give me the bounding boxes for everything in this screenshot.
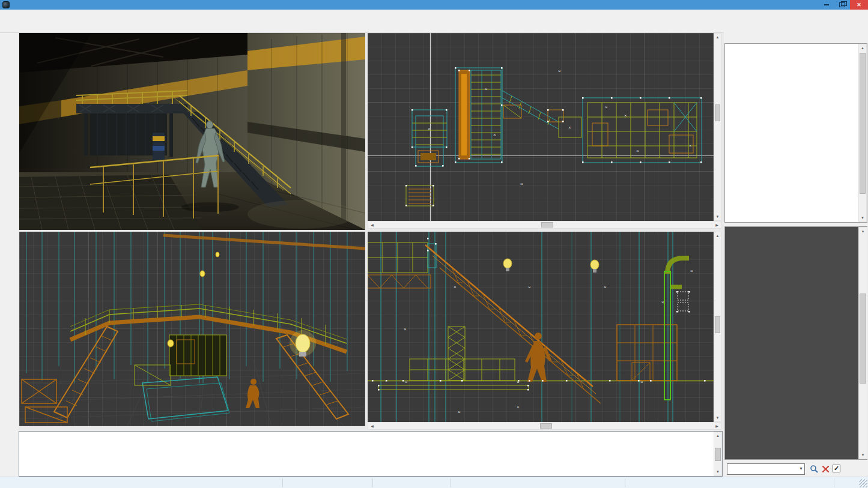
main-toolbar xyxy=(0,20,868,33)
restore-icon xyxy=(839,2,845,7)
search-combobox[interactable]: ▼ xyxy=(727,463,805,475)
recursive-checkbox[interactable]: ✓ xyxy=(833,465,840,472)
front-xy-hscroll[interactable]: ◀▶ xyxy=(368,422,721,430)
top-xz-hscroll[interactable]: ◀▶ xyxy=(368,221,721,229)
restore-button[interactable] xyxy=(834,0,850,10)
perspective-render-scene xyxy=(19,33,365,230)
console-log[interactable] xyxy=(19,431,723,477)
top-xz-vscroll[interactable]: ▲▼ xyxy=(714,33,721,221)
svg-text:×: × xyxy=(517,405,520,410)
console-vscroll[interactable]: ▲▼ xyxy=(714,432,722,476)
title-bar[interactable]: ✕ xyxy=(0,0,868,10)
viewport-top-xz[interactable]: ××× ××× ××× × xyxy=(368,33,714,221)
shape-toolbar xyxy=(0,33,19,431)
assets-vscroll[interactable]: ▲▼ xyxy=(858,227,867,459)
asset-search-row: ▼ ✓ xyxy=(724,463,867,477)
svg-text:×: × xyxy=(458,409,461,415)
svg-text:×: × xyxy=(485,86,488,92)
svg-text:×: × xyxy=(568,125,571,130)
minimize-icon xyxy=(824,4,829,5)
perspective-wire-scene xyxy=(19,232,365,426)
clear-search-button[interactable] xyxy=(819,463,831,475)
svg-text:×: × xyxy=(604,285,607,290)
search-icon xyxy=(810,465,819,474)
search-input[interactable] xyxy=(729,465,798,475)
svg-text:×: × xyxy=(404,327,407,332)
close-button[interactable]: ✕ xyxy=(850,0,868,10)
status-bar xyxy=(0,477,868,488)
svg-text:×: × xyxy=(454,285,457,290)
viewport-area: ××× ××× ××× × ▲▼ ◀▶ xyxy=(19,33,724,431)
svg-text:×: × xyxy=(405,379,408,385)
close-icon: ✕ xyxy=(857,2,861,8)
leadwerks-editor-window: { "window": { "title": "Leadwerks - C:/U… xyxy=(0,0,868,488)
asset-browser[interactable] xyxy=(724,226,867,460)
svg-text:×: × xyxy=(636,148,639,154)
chevron-down-icon: ▼ xyxy=(799,466,803,471)
svg-text:×: × xyxy=(689,143,692,148)
svg-text:×: × xyxy=(605,104,608,110)
front-xy-scene: ××× ××× ××× ×× xyxy=(368,232,714,422)
svg-text:×: × xyxy=(661,300,664,305)
front-xy-vscroll[interactable]: ▲▼ xyxy=(714,232,721,422)
viewport-perspective-render[interactable] xyxy=(19,33,365,230)
search-button[interactable] xyxy=(808,463,820,475)
svg-text:×: × xyxy=(520,181,523,187)
svg-text:×: × xyxy=(428,126,431,131)
menu-bar xyxy=(0,10,868,20)
resize-grip[interactable] xyxy=(859,479,867,487)
svg-text:×: × xyxy=(624,113,627,118)
minimize-button[interactable] xyxy=(819,0,834,10)
svg-text:×: × xyxy=(690,268,693,274)
svg-text:×: × xyxy=(558,68,561,74)
viewport-front-xy[interactable]: ××× ××× ××× ×× xyxy=(368,232,714,422)
asset-tree[interactable] xyxy=(724,43,867,223)
svg-text:×: × xyxy=(517,379,520,385)
svg-text:×: × xyxy=(640,379,643,385)
clear-icon xyxy=(822,465,830,473)
svg-text:×: × xyxy=(528,285,531,290)
top-xz-scene: ××× ××× ××× × xyxy=(368,33,714,221)
svg-text:×: × xyxy=(493,132,496,137)
viewport-perspective-wire[interactable] xyxy=(19,232,365,426)
right-panel: ▲▼ ▲▼ ▼ ✓ xyxy=(724,32,868,477)
tree-vscroll[interactable]: ▲▼ xyxy=(858,44,867,222)
app-icon xyxy=(2,1,10,8)
